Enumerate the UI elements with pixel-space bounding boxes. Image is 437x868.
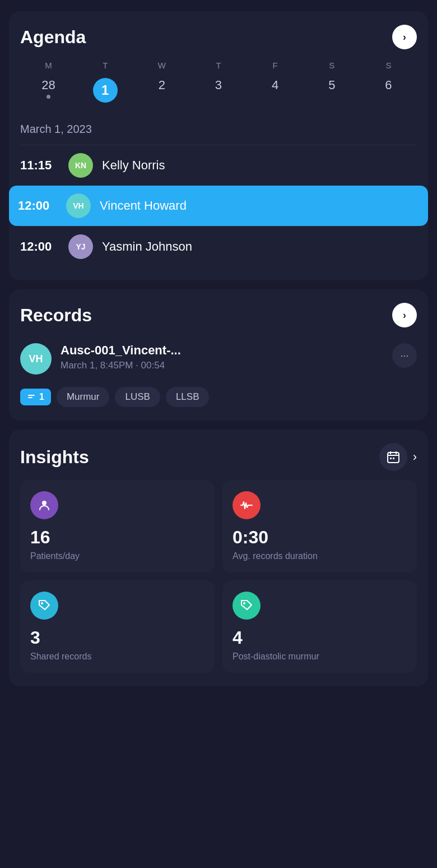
person-icon xyxy=(38,498,51,512)
appointment-kelly[interactable]: 11:15 KN Kelly Norris xyxy=(20,145,417,186)
records-card: Records › VH Ausc-001_Vincent-... March … xyxy=(9,289,428,421)
duration-value: 0:30 xyxy=(233,527,407,548)
waveform-icon xyxy=(240,498,253,512)
svg-point-10 xyxy=(41,602,43,604)
dot-1 xyxy=(103,105,107,109)
avatar-kelly: KN xyxy=(68,153,93,178)
cal-header-thu: T xyxy=(190,61,247,75)
records-header: Records › xyxy=(20,303,417,327)
insights-nav-button[interactable]: › xyxy=(413,450,417,464)
svg-point-9 xyxy=(42,501,47,505)
date-label: March 1, 2023 xyxy=(20,123,417,136)
dot-28 xyxy=(47,95,50,99)
tag-murmur: Murmur xyxy=(57,387,110,407)
insights-grid: 16 Patients/day 0:30 Avg. records durati… xyxy=(20,480,417,673)
insights-controls: › xyxy=(379,443,417,471)
appointment-name-kelly: Kelly Norris xyxy=(102,158,165,173)
svg-rect-2 xyxy=(28,397,32,398)
appointment-time-yasmin: 12:00 xyxy=(20,239,59,254)
badge-count: 1 xyxy=(39,392,44,402)
record-info: Ausc-001_Vincent-... March 1, 8:45PM · 0… xyxy=(61,343,383,371)
day-number-3: 3 xyxy=(215,78,222,93)
patients-icon xyxy=(30,491,58,519)
tag-icon-cyan xyxy=(38,599,51,612)
cal-header-wed: W xyxy=(133,61,190,75)
record-title: Ausc-001_Vincent-... xyxy=(61,343,383,358)
tag-icon-teal xyxy=(240,599,253,612)
insights-card: Insights › xyxy=(9,430,428,686)
avatar-yasmin: YJ xyxy=(68,234,93,259)
cal-day-2[interactable]: 2 xyxy=(133,75,190,114)
cal-header-mon: M xyxy=(20,61,77,75)
cal-day-5[interactable]: 5 xyxy=(304,75,360,114)
appointment-yasmin[interactable]: 12:00 YJ Yasmin Johnson xyxy=(20,226,417,267)
day-circle-1: 1 xyxy=(93,78,118,103)
tags-row: 1 Murmur LUSB LLSB xyxy=(20,387,417,407)
agenda-header: Agenda › xyxy=(20,25,417,49)
calendar-icon xyxy=(386,450,401,464)
appointment-vincent[interactable]: 12:00 VH Vincent Howard xyxy=(9,186,428,226)
insight-duration[interactable]: 0:30 Avg. records duration xyxy=(222,480,417,572)
shared-icon xyxy=(30,592,58,620)
cal-day-3[interactable]: 3 xyxy=(190,75,247,114)
shared-label: Shared records xyxy=(30,652,204,662)
badge-icon xyxy=(27,393,36,401)
avatar-vincent: VH xyxy=(66,193,91,218)
record-avatar: VH xyxy=(20,343,52,375)
day-number-2: 2 xyxy=(159,78,165,93)
agenda-title: Agenda xyxy=(20,27,86,48)
cal-header-sat: S xyxy=(304,61,360,75)
patients-label: Patients/day xyxy=(30,551,204,561)
record-meta: March 1, 8:45PM · 00:54 xyxy=(61,360,383,371)
cal-header-sun: S xyxy=(360,61,417,75)
appointment-time-vincent: 12:00 xyxy=(18,198,57,213)
tag-llsb: LLSB xyxy=(166,387,210,407)
cal-day-28[interactable]: 28 xyxy=(20,75,77,114)
duration-icon xyxy=(233,491,261,519)
insight-murmur[interactable]: 4 Post-diastolic murmur xyxy=(222,580,417,673)
cal-day-4[interactable]: 4 xyxy=(247,75,304,114)
agenda-card: Agenda › M T W T F S S 28 1 2 3 xyxy=(9,11,428,280)
cal-header-tue: T xyxy=(77,61,133,75)
insights-header: Insights › xyxy=(20,443,417,471)
murmur-value: 4 xyxy=(233,627,407,648)
insights-title: Insights xyxy=(20,447,89,468)
cal-day-1[interactable]: 1 xyxy=(77,75,133,114)
shared-value: 3 xyxy=(30,627,204,648)
svg-point-11 xyxy=(243,602,245,604)
records-nav-button[interactable]: › xyxy=(392,303,417,327)
day-number-5: 5 xyxy=(328,78,335,93)
day-number-4: 4 xyxy=(272,78,278,93)
cal-header-fri: F xyxy=(247,61,304,75)
agenda-nav-button[interactable]: › xyxy=(392,25,417,49)
svg-rect-8 xyxy=(393,458,394,459)
murmur-label: Post-diastolic murmur xyxy=(233,652,407,662)
calendar-grid: M T W T F S S 28 1 2 3 4 xyxy=(20,61,417,114)
record-badge[interactable]: 1 xyxy=(20,389,51,405)
svg-rect-1 xyxy=(28,395,35,396)
day-number-28: 28 xyxy=(41,78,55,93)
murmur-icon xyxy=(233,592,261,620)
record-more-button[interactable]: ··· xyxy=(392,343,417,368)
day-number-6: 6 xyxy=(385,78,392,93)
duration-label: Avg. records duration xyxy=(233,551,407,561)
appointment-name-yasmin: Yasmin Johnson xyxy=(102,239,192,254)
record-item: VH Ausc-001_Vincent-... March 1, 8:45PM … xyxy=(20,339,417,379)
records-title: Records xyxy=(20,305,92,326)
insights-calendar-button[interactable] xyxy=(379,443,407,471)
cal-day-6[interactable]: 6 xyxy=(360,75,417,114)
insight-patients[interactable]: 16 Patients/day xyxy=(20,480,215,572)
patients-value: 16 xyxy=(30,527,204,548)
appointment-time-kelly: 11:15 xyxy=(20,158,59,173)
appointment-name-vincent: Vincent Howard xyxy=(100,198,187,213)
tag-lusb: LUSB xyxy=(115,387,160,407)
insight-shared[interactable]: 3 Shared records xyxy=(20,580,215,673)
svg-rect-7 xyxy=(390,458,392,459)
